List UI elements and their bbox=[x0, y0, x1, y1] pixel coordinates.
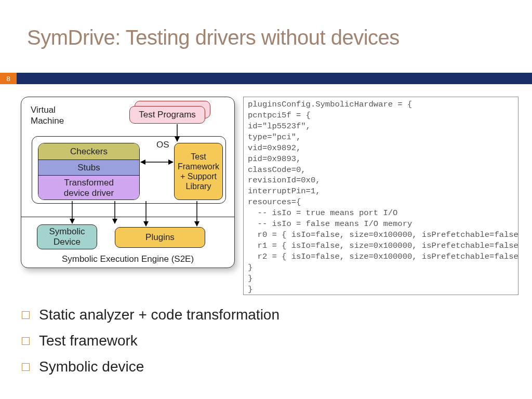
stubs-row: Stubs bbox=[38, 160, 139, 176]
test-programs-box: Test Programs bbox=[129, 106, 205, 124]
architecture-diagram: VirtualMachine Test Programs OS Checkers… bbox=[21, 97, 235, 268]
bullet-text: Static analyzer + code transformation bbox=[39, 307, 280, 323]
transformed-driver-row: Transformeddevice driver bbox=[38, 176, 139, 200]
bullet-item: Symbolic device bbox=[22, 358, 280, 375]
bullet-text: Symbolic device bbox=[39, 358, 144, 375]
symbolic-device-box: SymbolicDevice bbox=[37, 224, 97, 249]
s2e-caption: Symbolic Execution Engine (S2E) bbox=[21, 254, 234, 264]
checkers-row: Checkers bbox=[38, 143, 139, 160]
bullet-marker bbox=[22, 311, 30, 319]
bullet-marker bbox=[22, 337, 30, 345]
title-underline bbox=[0, 73, 532, 84]
config-code-listing: pluginsConfig.SymbolicHardware = { pcntp… bbox=[243, 97, 518, 295]
test-framework-box: TestFramework+ SupportLibrary bbox=[174, 143, 223, 200]
s2e-divider bbox=[21, 217, 234, 217]
bullet-list: Static analyzer + code transformation Te… bbox=[22, 307, 280, 384]
driver-stack: Checkers Stubs Transformeddevice driver bbox=[38, 143, 140, 200]
plugins-box: Plugins bbox=[115, 227, 205, 248]
slide-title: SymDrive: Testing drivers without device… bbox=[27, 26, 400, 49]
bullet-item: Static analyzer + code transformation bbox=[22, 307, 280, 323]
bullet-item: Test framework bbox=[22, 332, 280, 349]
bullet-text: Test framework bbox=[39, 332, 138, 349]
bullet-marker bbox=[22, 363, 30, 371]
os-label: OS bbox=[156, 140, 169, 150]
vm-label: VirtualMachine bbox=[31, 104, 64, 127]
page-number: 8 bbox=[0, 73, 17, 84]
